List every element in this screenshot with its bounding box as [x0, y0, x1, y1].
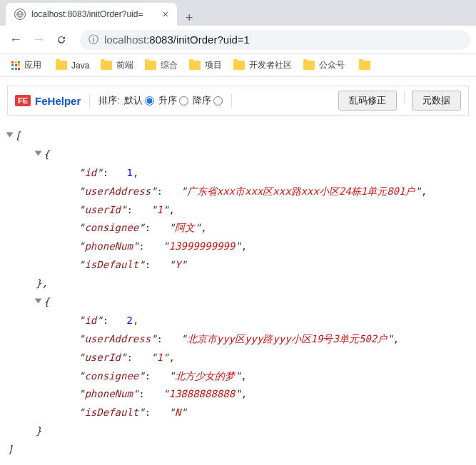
json-property: "consignee": "北方少女的梦",: [7, 367, 469, 386]
json-object-open: {: [7, 145, 469, 164]
folder-icon: [56, 61, 67, 70]
bookmark-label: 公众号: [319, 59, 345, 71]
json-object-close: }: [7, 422, 469, 441]
sort-asc[interactable]: 升序: [158, 94, 188, 107]
json-array-open: [: [7, 127, 469, 145]
url-text: localhost:8083/initOrder?uid=1: [104, 34, 250, 46]
json-property: "userAddress": "北京市yyy区yyy路yyy小区19号3单元50…: [7, 330, 469, 349]
sort-label: 排序:: [98, 94, 120, 107]
bookmark-label: Java: [71, 61, 89, 71]
apps-icon: [11, 61, 20, 70]
sort-desc[interactable]: 降序: [193, 94, 223, 107]
reload-button[interactable]: [51, 30, 71, 50]
bookmarks-bar: 应用 Java前端综合项目开发者社区公众号: [0, 54, 476, 77]
json-property: "userId": "1",: [7, 201, 469, 220]
sort-default[interactable]: 默认: [124, 94, 154, 107]
json-array-close: ]: [7, 441, 469, 459]
json-property: "isDefault": "Y": [7, 256, 469, 275]
forward-button[interactable]: →: [29, 30, 49, 50]
new-tab-button[interactable]: +: [177, 11, 202, 26]
bookmark-label: 综合: [161, 59, 178, 71]
apps-label: 应用: [24, 59, 41, 71]
info-icon[interactable]: ⓘ: [88, 34, 98, 46]
bookmark-label: 前端: [116, 59, 133, 71]
tab-strip: localhost:8083/initOrder?uid= × +: [0, 0, 476, 26]
fix-encoding-button[interactable]: 乱码修正: [338, 91, 397, 111]
bookmark-folder[interactable]: 项目: [183, 56, 228, 74]
sort-default-radio[interactable]: [145, 96, 154, 106]
nav-toolbar: ← → ⓘ localhost:8083/initOrder?uid=1: [0, 26, 476, 54]
tab-title: localhost:8083/initOrder?uid=: [31, 9, 157, 19]
close-icon[interactable]: ×: [163, 9, 168, 20]
folder-icon: [101, 61, 112, 70]
fehelper-toolbar: FE FeHelper 排序: 默认 升序 降序 乱码修正 元数据: [7, 86, 469, 116]
browser-chrome: localhost:8083/initOrder?uid= × +: [0, 0, 476, 26]
json-property: "userId": "1",: [7, 349, 469, 367]
sort-desc-radio[interactable]: [213, 96, 223, 106]
json-object-close: },: [7, 275, 469, 293]
bookmark-folder[interactable]: Java: [50, 56, 95, 74]
json-property: "id": 1,: [7, 164, 469, 183]
json-property: "phoneNum": "13999999999",: [7, 237, 469, 256]
json-property: "consignee": "阿文",: [7, 219, 469, 237]
json-property: "userAddress": "广东省xxx市xxx区xxx路xxx小区24栋1…: [7, 183, 469, 201]
collapse-toggle-icon[interactable]: [6, 133, 14, 138]
bookmark-folder[interactable]: 公众号: [298, 56, 350, 74]
browser-tab[interactable]: localhost:8083/initOrder?uid= ×: [6, 3, 177, 26]
folder-icon: [359, 61, 370, 70]
collapse-toggle-icon[interactable]: [35, 150, 42, 155]
back-button[interactable]: ←: [6, 30, 26, 50]
address-bar[interactable]: ⓘ localhost:8083/initOrder?uid=1: [80, 30, 470, 50]
bookmark-folder[interactable]: 前端: [95, 56, 139, 74]
globe-icon: [14, 9, 26, 20]
folder-icon: [303, 61, 315, 70]
folder-icon: [145, 61, 156, 70]
json-viewer: [{"id": 1,"userAddress": "广东省xxx市xxx区xxx…: [0, 116, 476, 465]
json-property: "isDefault": "N": [7, 404, 469, 422]
separator: [404, 91, 405, 103]
fehelper-badge-icon: FE: [15, 95, 31, 106]
bookmark-label: 开发者社区: [249, 59, 292, 71]
separator: [89, 94, 90, 107]
separator: [231, 94, 232, 107]
bookmark-folder[interactable]: 综合: [139, 56, 183, 74]
sort-controls: 排序: 默认 升序 降序: [98, 94, 223, 107]
bookmark-folder[interactable]: 开发者社区: [228, 56, 298, 74]
collapse-toggle-icon[interactable]: [35, 299, 42, 304]
bookmark-folder[interactable]: [353, 58, 376, 73]
json-object-open: {: [7, 293, 469, 312]
sort-asc-radio[interactable]: [179, 96, 188, 106]
folder-icon: [233, 61, 245, 70]
fehelper-logo[interactable]: FE FeHelper: [15, 95, 81, 107]
bookmark-label: 项目: [205, 59, 222, 71]
fehelper-brand: FeHelper: [35, 95, 81, 107]
metadata-button[interactable]: 元数据: [412, 91, 461, 111]
json-property: "phoneNum": "13888888888",: [7, 385, 469, 404]
folder-icon: [189, 61, 201, 70]
apps-button[interactable]: 应用: [6, 56, 47, 74]
json-property: "id": 2,: [7, 312, 469, 330]
